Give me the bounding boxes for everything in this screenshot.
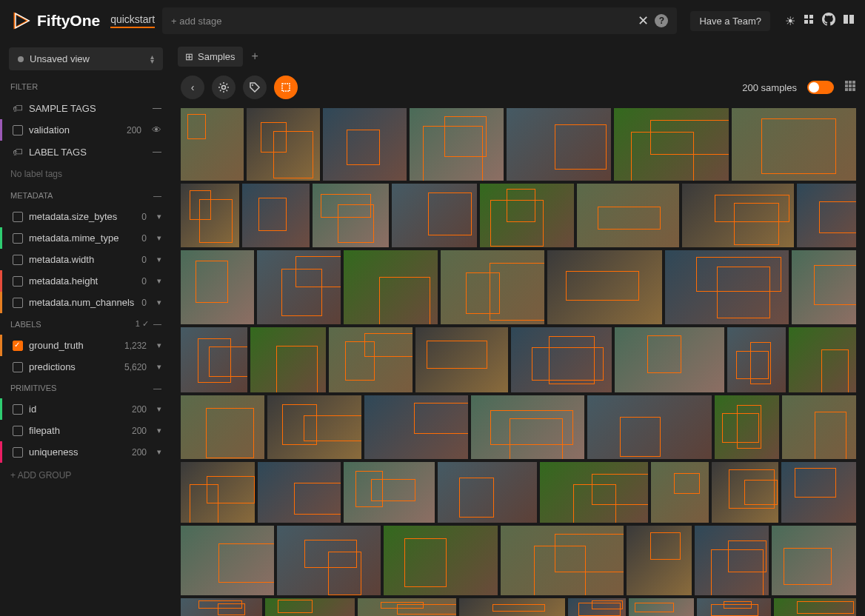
chevron-down-icon[interactable]: ▾ bbox=[157, 212, 161, 221]
tab-samples[interactable]: ⊞ Samples bbox=[178, 47, 243, 67]
sample-thumbnail[interactable] bbox=[774, 598, 856, 616]
sample-thumbnail[interactable] bbox=[181, 598, 262, 616]
sample-thumbnail[interactable] bbox=[313, 184, 389, 247]
sample-thumbnail[interactable] bbox=[344, 462, 435, 523]
sample-thumbnail[interactable] bbox=[265, 598, 355, 616]
sample-thumbnail[interactable] bbox=[181, 395, 264, 459]
sample-thumbnail[interactable] bbox=[615, 327, 724, 392]
checkbox[interactable] bbox=[13, 255, 23, 265]
sample-thumbnail[interactable] bbox=[181, 250, 254, 324]
sample-thumbnail[interactable] bbox=[277, 526, 381, 595]
sample-thumbnail[interactable] bbox=[181, 184, 239, 247]
checkbox[interactable] bbox=[13, 404, 23, 415]
filter-ground-truth[interactable]: ground_truth 1,232 ▾ bbox=[0, 335, 172, 356]
sample-thumbnail[interactable] bbox=[781, 462, 856, 523]
sample-thumbnail[interactable] bbox=[715, 395, 779, 459]
app-logo[interactable]: FiftyOne bbox=[10, 10, 100, 31]
eye-icon[interactable]: 👁 bbox=[152, 124, 161, 135]
checkbox[interactable] bbox=[13, 212, 23, 222]
sample-thumbnail[interactable] bbox=[547, 250, 661, 324]
sample-thumbnail[interactable] bbox=[364, 395, 468, 459]
checkbox[interactable] bbox=[13, 341, 23, 351]
filter-metadata-height[interactable]: metadata.height 0 ▾ bbox=[0, 270, 172, 292]
checkbox[interactable] bbox=[13, 298, 23, 308]
sample-thumbnail[interactable] bbox=[358, 598, 455, 616]
team-link[interactable]: Have a Team? bbox=[690, 11, 770, 31]
sample-thumbnail[interactable] bbox=[344, 250, 438, 324]
sample-thumbnail[interactable] bbox=[577, 184, 680, 247]
sample-thumbnail[interactable] bbox=[329, 327, 413, 392]
sample-thumbnail[interactable] bbox=[772, 526, 856, 595]
docs-icon[interactable] bbox=[843, 13, 855, 28]
sample-thumbnail[interactable] bbox=[242, 184, 310, 247]
checkbox[interactable] bbox=[13, 426, 23, 436]
sample-thumbnail[interactable] bbox=[441, 250, 544, 324]
view-selector[interactable]: Unsaved view ▴▾ bbox=[9, 47, 163, 70]
help-icon[interactable]: ? bbox=[655, 14, 668, 27]
add-group-button[interactable]: + ADD GROUP bbox=[0, 463, 172, 488]
chevron-down-icon[interactable]: ▾ bbox=[157, 426, 161, 435]
sample-thumbnail[interactable] bbox=[181, 108, 244, 181]
filter-metadata-channels[interactable]: metadata.num_channels 0 ▾ bbox=[0, 292, 172, 313]
sample-thumbnail[interactable] bbox=[507, 108, 611, 181]
stage-input[interactable]: + add stage ✕ ? bbox=[162, 7, 677, 34]
sample-thumbnail[interactable] bbox=[181, 327, 247, 392]
sample-thumbnail[interactable] bbox=[480, 184, 574, 247]
filter-id[interactable]: id 200 ▾ bbox=[0, 398, 172, 420]
sample-thumbnail[interactable] bbox=[651, 462, 709, 523]
sample-thumbnail[interactable] bbox=[540, 462, 648, 523]
sample-thumbnail[interactable] bbox=[782, 395, 856, 459]
sample-thumbnail[interactable] bbox=[250, 327, 326, 392]
chevron-down-icon[interactable]: ▾ bbox=[157, 341, 161, 350]
slack-icon[interactable] bbox=[803, 13, 815, 28]
sample-thumbnail[interactable] bbox=[258, 462, 341, 523]
checkbox[interactable] bbox=[13, 362, 23, 372]
primitives-header[interactable]: PRIMITIVES — bbox=[0, 378, 172, 398]
sample-thumbnail[interactable] bbox=[181, 462, 255, 523]
checkbox[interactable] bbox=[13, 276, 23, 287]
filter-predictions[interactable]: predictions 5,620 ▾ bbox=[0, 356, 172, 378]
chevron-down-icon[interactable]: ▾ bbox=[157, 298, 161, 307]
sample-thumbnail[interactable] bbox=[438, 462, 537, 523]
chevron-down-icon[interactable]: ▾ bbox=[157, 233, 161, 243]
sample-thumbnail[interactable] bbox=[732, 108, 856, 181]
sample-thumbnail[interactable] bbox=[501, 526, 624, 595]
filter-uniqueness[interactable]: uniqueness 200 ▾ bbox=[0, 441, 172, 463]
back-button[interactable]: ‹ bbox=[181, 76, 204, 99]
label-tags-header[interactable]: 🏷 LABEL TAGS — bbox=[0, 141, 172, 163]
sample-tags-header[interactable]: 🏷 SAMPLE TAGS — bbox=[0, 97, 172, 119]
chevron-down-icon[interactable]: ▾ bbox=[157, 404, 161, 414]
show-labels-toggle[interactable] bbox=[807, 81, 834, 94]
chevron-down-icon[interactable]: ▾ bbox=[157, 255, 161, 264]
sample-thumbnail[interactable] bbox=[697, 598, 771, 616]
sample-thumbnail[interactable] bbox=[797, 184, 856, 247]
sample-thumbnail[interactable] bbox=[267, 395, 361, 459]
sample-thumbnail[interactable] bbox=[384, 526, 497, 595]
github-icon[interactable] bbox=[822, 13, 835, 29]
sample-thumbnail[interactable] bbox=[410, 108, 504, 181]
sample-thumbnail[interactable] bbox=[629, 598, 695, 616]
checkbox[interactable] bbox=[13, 125, 23, 135]
dataset-name[interactable]: quickstart bbox=[110, 13, 155, 28]
filter-metadata-width[interactable]: metadata.width 0 ▾ bbox=[0, 249, 172, 270]
checkbox[interactable] bbox=[13, 233, 23, 244]
sample-thumbnail[interactable] bbox=[727, 327, 786, 392]
sample-thumbnail[interactable] bbox=[587, 395, 711, 459]
filter-metadata-size[interactable]: metadata.size_bytes 0 ▾ bbox=[0, 206, 172, 227]
filter-validation[interactable]: validation 200 👁 bbox=[0, 119, 172, 141]
sample-thumbnail[interactable] bbox=[712, 462, 778, 523]
chevron-down-icon[interactable]: ▾ bbox=[157, 362, 161, 372]
sample-thumbnail[interactable] bbox=[789, 327, 856, 392]
tag-button[interactable] bbox=[243, 76, 267, 99]
sample-thumbnail[interactable] bbox=[459, 598, 565, 616]
labels-header[interactable]: LABELS 1 ✓ — bbox=[0, 313, 172, 335]
sample-thumbnail[interactable] bbox=[511, 327, 612, 392]
clear-stages-icon[interactable]: ✕ bbox=[638, 13, 649, 29]
sample-thumbnail[interactable] bbox=[614, 108, 729, 181]
chevron-down-icon[interactable]: ▾ bbox=[157, 276, 161, 286]
theme-icon[interactable]: ☀ bbox=[785, 14, 795, 28]
sample-thumbnail[interactable] bbox=[471, 395, 585, 459]
metadata-header[interactable]: METADATA — bbox=[0, 185, 172, 206]
sample-thumbnail[interactable] bbox=[247, 108, 320, 181]
checkbox[interactable] bbox=[13, 447, 23, 458]
